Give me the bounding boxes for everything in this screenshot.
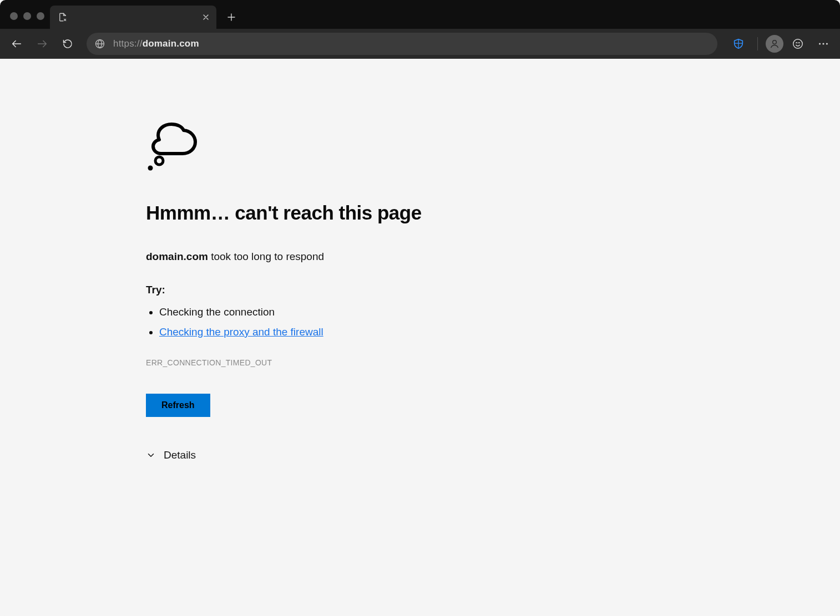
svg-point-2	[793, 39, 803, 49]
error-heading: Hmmm… can't reach this page	[146, 202, 501, 224]
error-subtitle-tail: took too long to respond	[208, 251, 324, 262]
address-bar[interactable]: https://domain.com	[87, 33, 717, 55]
svg-point-3	[819, 43, 821, 44]
error-code: ERR_CONNECTION_TIMED_OUT	[146, 358, 501, 367]
tracking-prevention-icon[interactable]	[727, 33, 750, 55]
url-scheme: https://	[113, 38, 143, 49]
svg-point-5	[826, 43, 828, 44]
error-host: domain.com	[146, 251, 208, 262]
profile-avatar[interactable]	[766, 35, 783, 53]
tab-strip	[0, 0, 840, 29]
window-close-dot[interactable]	[10, 12, 18, 20]
error-page: Hmmm… can't reach this page domain.com t…	[146, 120, 501, 461]
browser-tab[interactable]	[50, 6, 216, 29]
tips-list: Checking the connection Checking the pro…	[146, 306, 501, 338]
window-controls	[10, 12, 44, 20]
window-minimize-dot[interactable]	[23, 12, 31, 20]
page-viewport: Hmmm… can't reach this page domain.com t…	[0, 59, 840, 616]
back-button[interactable]	[6, 33, 28, 55]
toolbar-right	[727, 33, 834, 55]
toolbar-divider	[757, 37, 758, 50]
forward-button[interactable]	[31, 33, 53, 55]
tab-close-button[interactable]	[201, 12, 211, 22]
site-info-icon[interactable]	[94, 38, 105, 49]
feedback-icon[interactable]	[787, 33, 809, 55]
tip-check-connection: Checking the connection	[159, 306, 501, 318]
url-host: domain.com	[143, 38, 199, 49]
browser-window: https://domain.com	[0, 0, 840, 616]
refresh-button[interactable]: Refresh	[146, 394, 210, 417]
details-toggle[interactable]: Details	[146, 449, 501, 461]
window-zoom-dot[interactable]	[37, 12, 44, 20]
try-label: Try:	[146, 284, 501, 296]
svg-point-1	[773, 40, 777, 44]
error-subtitle: domain.com took too long to respond	[146, 251, 501, 263]
more-menu-icon[interactable]	[812, 33, 834, 55]
toolbar: https://domain.com	[0, 29, 840, 59]
proxy-firewall-link[interactable]: Checking the proxy and the firewall	[159, 326, 323, 338]
page-error-icon	[58, 12, 68, 22]
chevron-down-icon	[146, 450, 156, 460]
refresh-toolbar-button[interactable]	[57, 33, 79, 55]
url-text: https://domain.com	[113, 38, 199, 49]
new-tab-button[interactable]	[221, 7, 242, 28]
svg-point-4	[822, 43, 824, 44]
svg-point-7	[148, 166, 153, 171]
tip-check-proxy: Checking the proxy and the firewall	[159, 326, 501, 338]
details-label: Details	[164, 449, 196, 461]
svg-point-6	[155, 157, 163, 165]
thinking-cloud-icon	[146, 120, 501, 171]
